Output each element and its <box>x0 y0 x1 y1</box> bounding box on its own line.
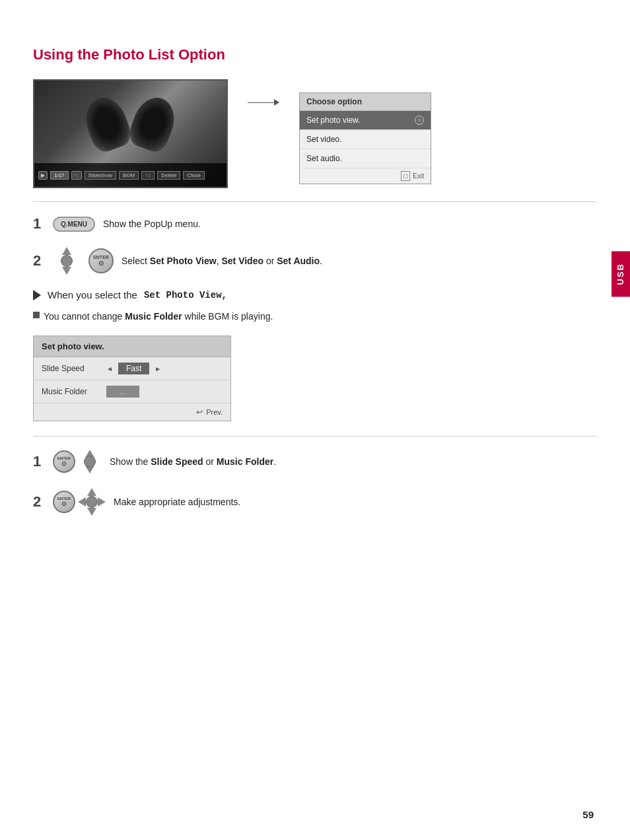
prev-label: Prev. <box>206 408 223 416</box>
bottom-step-1-text: Show the Slide Speed or Music Folder. <box>110 455 276 469</box>
music-folder-value: ... <box>106 386 139 398</box>
music-folder-label: Music Folder <box>42 387 101 396</box>
enter-button[interactable]: ENTER ⊙ <box>88 248 114 273</box>
tv-icon2: ↑↓ <box>71 171 82 180</box>
slide-speed-left-arrow: ◄ <box>106 365 113 372</box>
dpad-button[interactable] <box>53 247 81 275</box>
triangle-icon <box>33 290 41 300</box>
choose-option-item-2[interactable]: Set video. <box>300 130 431 149</box>
arrow-connector <box>248 99 279 106</box>
exit-box-icon: □ <box>401 171 410 181</box>
enter-btn-small-1[interactable]: ENTER ⊙ <box>53 450 75 473</box>
set-photo-slide-speed-row[interactable]: Slide Speed ◄ Fast ► <box>34 357 230 380</box>
qmenu-button[interactable]: Q.MENU <box>53 217 95 232</box>
dpad-small-2-center <box>86 496 98 508</box>
enter-circle-small-1: ⊙ <box>61 460 67 467</box>
slide-speed-right-arrow: ► <box>155 365 161 372</box>
bottom-step-2-text: Make appropriate adjustments. <box>114 495 240 509</box>
dpad-center <box>61 255 73 267</box>
choose-option-title: Choose option <box>300 93 431 111</box>
when-select-highlighted: Set Photo View, <box>144 290 227 300</box>
choose-option-label-3: Set audio. <box>306 154 342 163</box>
enter-circle: ⊙ <box>98 260 104 267</box>
bottom-step-1-row: 1 ENTER ⊙ Show the Slide Speed or Music … <box>33 450 597 473</box>
bottom-step-2-row: 2 ENTER ⊙ Make appropriate adjustments. <box>33 488 597 516</box>
step-2-text: Select Set Photo View, Set Video or Set … <box>122 254 322 268</box>
dpad-small-2-up <box>87 488 96 496</box>
step-1-text: Show the PopUp menu. <box>103 217 201 231</box>
tv-btn-slideshow[interactable]: Slideshow <box>85 171 116 180</box>
tv-btn-bgm[interactable]: BGM <box>119 171 139 180</box>
divider-2 <box>33 436 597 437</box>
dpad-up-arrow <box>62 247 71 255</box>
demo-area: ▶ 1/17 ↑↓ Slideshow BGM ↑↓ Delete Close … <box>33 79 597 188</box>
bottom-step-1-number: 1 <box>33 453 45 470</box>
note-bullet <box>33 312 40 318</box>
set-photo-footer: ↩ Prev. <box>34 403 230 421</box>
enter-dpad-combo-2: ENTER ⊙ <box>53 488 106 516</box>
usb-tab: USB <box>612 251 630 297</box>
exit-label: Exit <box>413 172 424 180</box>
choose-option-footer: □ Exit <box>300 168 431 184</box>
enter-icon-small: ⊙ <box>415 116 424 125</box>
when-select-row: When you select the Set Photo View, <box>33 289 597 300</box>
step-2-row: 2 ENTER ⊙ Select Set Photo View, Set Vid… <box>33 247 597 275</box>
choose-option-label-1: Set photo view. <box>306 116 360 125</box>
dpad-small-1-center <box>84 456 96 468</box>
enter-dpad-combo-1: ENTER ⊙ <box>53 450 102 473</box>
step-1-number: 1 <box>33 215 45 232</box>
when-select-prefix: When you select the <box>48 289 137 300</box>
choose-option-item-3[interactable]: Set audio. <box>300 149 431 168</box>
dpad-small-2[interactable] <box>78 488 106 516</box>
tv-btn-close[interactable]: Close <box>183 171 204 180</box>
enter-label: ENTER <box>93 255 109 260</box>
dpad-down-arrow <box>62 267 71 275</box>
dpad-small-2-right <box>98 497 106 507</box>
prev-icon: ↩ <box>196 407 203 417</box>
dpad-small-2-left <box>78 497 86 507</box>
divider-1 <box>33 201 597 202</box>
tv-bottom-bar: ▶ 1/17 ↑↓ Slideshow BGM ↑↓ Delete Close <box>34 163 227 187</box>
choose-option-item-1[interactable]: Set photo view. ⊙ <box>300 111 431 130</box>
choose-option-popup: Choose option Set photo view. ⊙ Set vide… <box>299 92 431 184</box>
slide-speed-value: Fast <box>118 363 149 374</box>
tv-counter: 1/17 <box>50 171 69 180</box>
butterfly-image <box>74 90 186 170</box>
dpad-small-2-down <box>87 508 96 516</box>
enter-circle-small-2: ⊙ <box>61 501 67 507</box>
page-container: USB Using the Photo List Option ▶ 1/17 ↑… <box>0 0 630 840</box>
step-1-row: 1 Q.MENU Show the PopUp menu. <box>33 215 597 232</box>
step-2-number: 2 <box>33 252 45 269</box>
note-row: You cannot change Music Folder while BGM… <box>33 310 597 324</box>
tv-btn-delete[interactable]: Delete <box>157 171 180 180</box>
tv-screenshot: ▶ 1/17 ↑↓ Slideshow BGM ↑↓ Delete Close <box>33 79 228 188</box>
page-number: 59 <box>582 809 594 820</box>
section-title: Using the Photo List Option <box>33 46 597 63</box>
choose-option-label-2: Set video. <box>306 135 341 144</box>
bottom-step-2-number: 2 <box>33 493 45 510</box>
enter-btn-small-2[interactable]: ENTER ⊙ <box>53 491 75 513</box>
slide-speed-label: Slide Speed <box>42 364 101 373</box>
dpad-small-1[interactable] <box>78 450 102 473</box>
note-text: You cannot change Music Folder while BGM… <box>44 310 273 324</box>
set-photo-music-folder-row[interactable]: Music Folder ... <box>34 380 230 403</box>
tv-btn-arrows[interactable]: ↑↓ <box>141 171 155 180</box>
set-photo-title: Set photo view. <box>34 336 230 357</box>
tv-icon: ▶ <box>38 171 48 180</box>
set-photo-panel: Set photo view. Slide Speed ◄ Fast ► Mus… <box>33 335 231 421</box>
